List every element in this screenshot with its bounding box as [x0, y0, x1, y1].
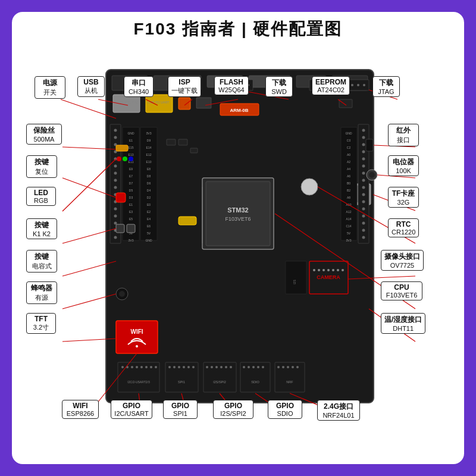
svg-point-48	[114, 222, 117, 225]
svg-point-103	[362, 186, 365, 189]
svg-point-110	[362, 236, 365, 239]
svg-point-91	[301, 178, 318, 195]
svg-point-194	[116, 288, 128, 300]
svg-point-195	[119, 291, 125, 297]
svg-rect-196	[116, 145, 128, 151]
svg-point-37	[114, 143, 117, 146]
svg-text:A4: A4	[347, 167, 350, 171]
svg-text:NRF: NRF	[286, 380, 293, 384]
svg-point-144	[121, 366, 124, 368]
svg-text:I2C/2-USART2/3: I2C/2-USART2/3	[127, 380, 150, 384]
svg-rect-111	[341, 127, 357, 240]
svg-point-170	[243, 366, 245, 368]
svg-text:SDIO: SDIO	[251, 380, 259, 384]
svg-rect-31	[339, 99, 352, 108]
svg-point-184	[369, 172, 375, 178]
svg-point-35	[114, 129, 117, 132]
label-tf-card: TF卡座 32G	[388, 187, 419, 208]
svg-point-46	[114, 208, 117, 211]
svg-point-188	[117, 156, 121, 161]
svg-rect-191	[116, 193, 126, 202]
svg-point-181	[296, 366, 299, 368]
svg-text:E1: E1	[129, 139, 133, 142]
svg-point-147	[136, 366, 138, 368]
svg-point-109	[362, 229, 365, 232]
svg-point-148	[140, 366, 143, 368]
label-buzzer: 蜂鸣器 有源	[26, 281, 57, 304]
svg-point-36	[114, 136, 117, 139]
svg-rect-139	[116, 321, 158, 353]
label-reset: 按键 复位	[26, 155, 57, 178]
svg-point-157	[183, 366, 185, 368]
label-swd: 下载 SWD	[265, 76, 293, 97]
svg-text:USB DEVICE: USB DEVICE	[118, 101, 138, 104]
svg-text:I2S: I2S	[293, 280, 296, 284]
svg-point-164	[215, 366, 218, 368]
svg-rect-7	[113, 95, 140, 112]
svg-point-104	[362, 193, 365, 196]
svg-point-29	[357, 84, 359, 86]
svg-point-149	[145, 366, 148, 368]
svg-text:E1: E1	[129, 203, 133, 206]
svg-rect-193	[127, 224, 135, 233]
svg-text:E9: E9	[129, 167, 133, 171]
svg-point-166	[225, 366, 227, 368]
svg-text:E4: E4	[147, 217, 151, 221]
svg-rect-51	[123, 127, 139, 240]
svg-point-132	[322, 269, 325, 271]
svg-text:E5: E5	[129, 217, 133, 221]
svg-text:ARM-0B: ARM-0B	[230, 108, 248, 113]
svg-line-198	[98, 99, 128, 105]
svg-text:A14: A14	[346, 217, 352, 221]
svg-text:5V: 5V	[147, 231, 151, 235]
svg-line-205	[62, 147, 116, 149]
svg-point-151	[155, 366, 157, 368]
svg-text:D7: D7	[129, 181, 133, 185]
svg-point-167	[230, 366, 232, 368]
svg-rect-9	[178, 98, 190, 109]
label-infrared: 红外 接口	[388, 124, 419, 146]
svg-point-134	[332, 269, 334, 271]
svg-point-102	[362, 179, 365, 182]
svg-text:D4: D4	[147, 189, 151, 192]
label-fuse: 保险丝 500MA	[26, 124, 62, 145]
svg-text:B0: B0	[347, 181, 350, 185]
svg-text:A8: A8	[347, 196, 350, 199]
svg-point-38	[114, 151, 117, 154]
svg-text:WIFI: WIFI	[130, 328, 143, 335]
svg-text:E3: E3	[129, 210, 133, 214]
svg-point-150	[150, 366, 152, 368]
label-potentiometer: 电位器 100K	[388, 155, 419, 176]
svg-line-201	[205, 99, 238, 105]
label-24g: 2.4G接口 NRF24L01	[317, 400, 360, 421]
svg-rect-175	[275, 362, 305, 392]
svg-rect-93	[344, 186, 369, 202]
svg-rect-137	[286, 261, 306, 294]
label-temp: 温/湿度接口 DHT11	[381, 313, 425, 334]
svg-point-145	[126, 366, 129, 368]
svg-text:E15: E15	[129, 146, 134, 149]
svg-text:5V: 5V	[129, 231, 133, 235]
svg-point-158	[187, 366, 190, 368]
svg-point-130	[313, 269, 315, 271]
svg-point-39	[114, 158, 117, 161]
svg-point-159	[192, 366, 195, 368]
svg-text:E0: E0	[147, 203, 151, 206]
svg-text:5V: 5V	[347, 231, 351, 235]
svg-text:C0: C0	[347, 139, 351, 142]
label-cpu: CPU F103VET6	[381, 281, 422, 300]
svg-point-40	[114, 165, 117, 168]
svg-rect-160	[203, 362, 236, 392]
label-gpio-sdio: GPIO SDIO	[268, 400, 302, 419]
svg-text:D9: D9	[147, 139, 151, 142]
label-flash: FLASH W25Q64	[214, 76, 249, 95]
label-camera: 摄像头接口 OV7725	[381, 250, 424, 271]
svg-text:E13: E13	[129, 153, 134, 156]
svg-rect-182	[366, 139, 373, 151]
svg-text:A2: A2	[347, 160, 350, 164]
svg-line-210	[62, 294, 116, 309]
svg-text:3V3: 3V3	[146, 131, 152, 135]
svg-text:3V3: 3V3	[346, 239, 352, 242]
svg-point-179	[287, 366, 289, 368]
svg-rect-86	[206, 181, 270, 246]
